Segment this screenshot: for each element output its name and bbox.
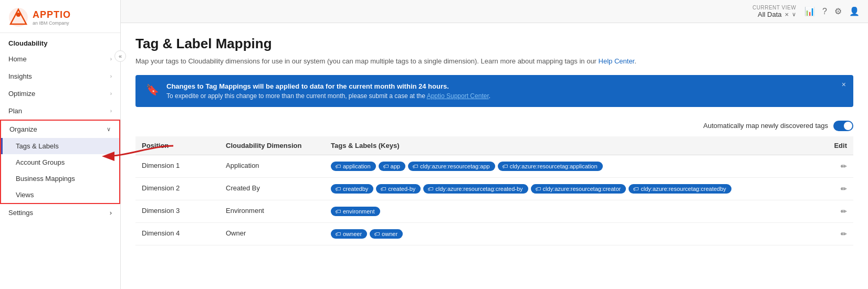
tag-chips-container: 🏷createdby🏷created-by🏷cldy:azure:resourc…: [331, 184, 815, 194]
sidebar-item-views[interactable]: Views: [1, 187, 119, 203]
tag-chip[interactable]: 🏷cldy:azure:resourcetag:createdby: [629, 184, 731, 194]
tag-icon: 🏷: [412, 163, 418, 169]
page-title: Tag & Label Mapping: [135, 36, 853, 52]
tag-icon: 🏷: [633, 186, 639, 192]
cell-tags: 🏷owneer🏷owner: [325, 222, 822, 245]
banner-close-button[interactable]: ×: [842, 80, 846, 89]
col-header-edit: Edit: [822, 136, 853, 155]
cell-edit: ✏: [822, 200, 853, 222]
col-header-dimension: Cloudability Dimension: [219, 136, 325, 155]
user-icon[interactable]: 👤: [849, 6, 860, 16]
chart-icon[interactable]: 📊: [804, 6, 815, 16]
sidebar-item-optimize[interactable]: Optimize ›: [0, 85, 120, 102]
help-icon[interactable]: ?: [822, 7, 827, 16]
tag-chip[interactable]: 🏷created-by: [376, 184, 421, 194]
topbar-icons: 📊 ? ⚙ 👤: [804, 6, 860, 16]
sidebar-item-plan[interactable]: Plan ›: [0, 102, 120, 120]
table-row: Dimension 3Environment🏷environment✏: [135, 200, 853, 222]
settings-icon[interactable]: ⚙: [834, 6, 842, 16]
subtitle-text: Map your tags to Cloudability dimensions…: [135, 57, 597, 65]
tag-chip[interactable]: 🏷application: [331, 162, 376, 171]
tag-chip[interactable]: 🏷owneer: [331, 229, 367, 239]
auto-map-toggle[interactable]: [833, 121, 853, 131]
cell-dimension: Owner: [219, 222, 325, 245]
tag-icon: 🏷: [335, 163, 341, 169]
auto-map-label: Automatically map newly discovered tags: [703, 122, 828, 130]
help-center-link[interactable]: Help Center: [599, 57, 635, 65]
view-dropdown-button[interactable]: ∨: [792, 11, 796, 18]
sidebar-item-organize[interactable]: Organize ∨: [1, 121, 119, 138]
edit-button[interactable]: ✏: [841, 230, 847, 238]
organize-label: Organize: [9, 125, 37, 133]
sidebar-collapse-button[interactable]: «: [114, 50, 126, 62]
logo-text: APPTIO an IBM Company: [33, 9, 71, 26]
organize-sub-nav: Tags & Labels Account Groups Business Ma…: [1, 138, 119, 203]
tag-chip[interactable]: 🏷environment: [331, 207, 380, 216]
bookmark-icon: 🔖: [146, 83, 159, 96]
tag-icon: 🏷: [380, 186, 386, 192]
tag-chip[interactable]: 🏷owner: [370, 229, 403, 239]
tag-chips-container: 🏷owneer🏷owner: [331, 229, 815, 239]
table-row: Dimension 1Application🏷application🏷app🏷c…: [135, 155, 853, 177]
sidebar-item-insights[interactable]: Insights ›: [0, 68, 120, 85]
sidebar-logo: APPTIO an IBM Company: [0, 0, 120, 33]
info-banner: 🔖 Changes to Tag Mappings will be applie…: [135, 75, 853, 107]
business-mappings-label: Business Mappings: [16, 175, 75, 183]
chevron-right-icon: ›: [110, 73, 112, 79]
cell-dimension: Application: [219, 155, 325, 177]
sidebar: APPTIO an IBM Company Cloudability Home …: [0, 0, 121, 289]
sidebar-nav: Home › Insights › Optimize › Plan › Orga…: [0, 50, 120, 289]
views-label: Views: [16, 191, 34, 199]
sidebar-brand: Cloudability: [0, 33, 120, 50]
tag-chips-container: 🏷application🏷app🏷cldy:azure:resourcetag:…: [331, 162, 815, 171]
sidebar-item-home[interactable]: Home ›: [0, 50, 120, 68]
chevron-right-icon: ›: [110, 108, 112, 114]
tag-icon: 🏷: [335, 231, 341, 237]
chevron-right-icon: ›: [110, 56, 112, 62]
cell-tags: 🏷environment: [325, 200, 822, 222]
tag-chip[interactable]: 🏷cldy:azure:resourcetag:creator: [531, 184, 626, 194]
banner-subtitle-text: To expedite or apply this change to more…: [166, 92, 425, 100]
tag-chip[interactable]: 🏷app: [379, 162, 405, 171]
cell-position: Dimension 3: [135, 200, 219, 222]
toggle-knob: [844, 122, 852, 130]
logo-sub: an IBM Company: [33, 20, 71, 26]
table-controls: Automatically map newly discovered tags: [135, 115, 853, 136]
sidebar-item-plan-label: Plan: [8, 107, 22, 115]
col-header-position: Position: [135, 136, 219, 155]
edit-button[interactable]: ✏: [841, 162, 847, 170]
current-view-label: CURRENT VIEW: [752, 5, 796, 10]
support-center-link[interactable]: Apptio Support Center: [427, 92, 489, 100]
cell-tags: 🏷createdby🏷created-by🏷cldy:azure:resourc…: [325, 177, 822, 200]
table-row: Dimension 2Created By🏷createdby🏷created-…: [135, 177, 853, 200]
tag-icon: 🏷: [502, 163, 508, 169]
organize-section: Organize ∨ Tags & Labels Account Groups …: [0, 120, 120, 204]
edit-button[interactable]: ✏: [841, 185, 847, 193]
sidebar-item-settings[interactable]: Settings ›: [0, 204, 120, 221]
cell-dimension: Created By: [219, 177, 325, 200]
tag-chip[interactable]: 🏷cldy:azure:resourcetag:created-by: [423, 184, 528, 194]
tag-icon: 🏷: [335, 186, 341, 192]
sidebar-item-home-label: Home: [8, 55, 27, 63]
page-subtitle: Map your tags to Cloudability dimensions…: [135, 56, 853, 67]
tag-mapping-table: Position Cloudability Dimension Tags & L…: [135, 136, 853, 245]
sidebar-item-account-groups[interactable]: Account Groups: [1, 154, 119, 170]
cell-edit: ✏: [822, 155, 853, 177]
clear-view-button[interactable]: ×: [785, 10, 789, 18]
banner-subtitle: To expedite or apply this change to more…: [166, 92, 843, 100]
tag-chip[interactable]: 🏷createdby: [331, 184, 373, 194]
cell-position: Dimension 1: [135, 155, 219, 177]
sidebar-item-tags-labels[interactable]: Tags & Labels: [1, 138, 119, 154]
current-view-section: CURRENT VIEW All Data × ∨: [752, 5, 796, 18]
tag-icon: 🏷: [535, 186, 541, 192]
sidebar-item-business-mappings[interactable]: Business Mappings: [1, 170, 119, 187]
edit-button[interactable]: ✏: [841, 207, 847, 216]
tag-chip[interactable]: 🏷cldy:azure:resourcetag:app: [408, 162, 495, 171]
banner-title: Changes to Tag Mappings will be applied …: [166, 82, 843, 90]
sidebar-item-optimize-label: Optimize: [8, 90, 35, 98]
tag-chip[interactable]: 🏷cldy:azure:resourcetag:application: [498, 162, 603, 171]
banner-text: Changes to Tag Mappings will be applied …: [166, 82, 843, 100]
tag-chips-container: 🏷environment: [331, 207, 815, 216]
cv-controls: All Data × ∨: [758, 10, 796, 18]
cell-position: Dimension 2: [135, 177, 219, 200]
